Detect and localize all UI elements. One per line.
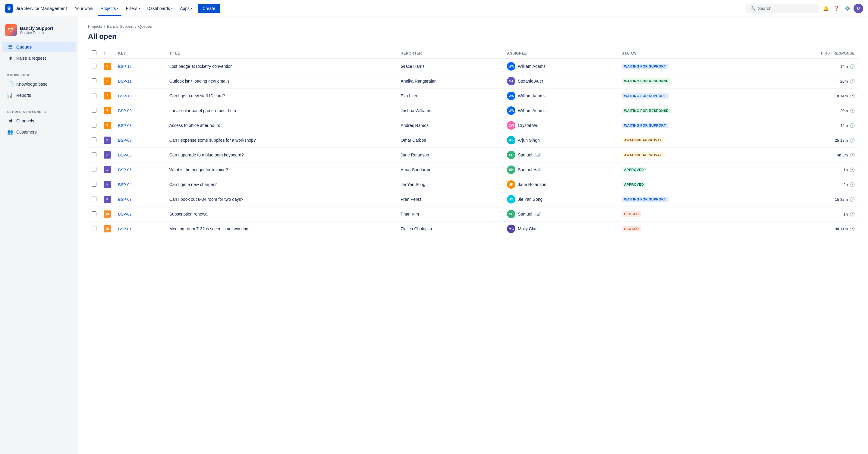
notifications-button[interactable]: 🔔 [821, 4, 831, 13]
row-checkbox[interactable] [92, 123, 96, 127]
type-icon: ? [104, 107, 111, 114]
row-type: ? [100, 89, 115, 103]
assignee-name: Arjun Singh [518, 138, 539, 143]
row-assignee: CW Crystal Wu [503, 118, 618, 133]
app-logo[interactable]: Jira Service Management [5, 4, 67, 13]
nav-your-work[interactable]: Your work [72, 4, 96, 13]
first-response-value: 20m [840, 79, 848, 84]
sidebar-item-channels[interactable]: 🖥 Channels [2, 116, 76, 126]
row-title[interactable]: Subscription renewal [166, 207, 397, 221]
sidebar-item-knowledge-base[interactable]: 📄 Knowledge base [2, 79, 76, 89]
row-title[interactable]: Access to office after hours [166, 118, 397, 133]
nav-dashboards[interactable]: Dashboards ▾ [144, 4, 176, 13]
row-reporter: Andres Ramos [397, 118, 503, 133]
topnav-icons: 🔔 ❓ ⚙️ U [821, 4, 863, 13]
knowledge-base-icon: 📄 [7, 81, 13, 87]
row-first-response: 20m 🕐 [757, 74, 858, 89]
row-reporter: Phan Kim [397, 207, 503, 221]
first-response-cell: 20m 🕐 [761, 79, 855, 84]
issue-key-link[interactable]: BSP-11 [118, 79, 132, 84]
issue-key-link[interactable]: BSP-03 [118, 197, 132, 202]
row-status: WAITING FOR RESPONSE [618, 103, 758, 118]
row-title[interactable]: Can I get a new charger? [166, 177, 397, 192]
issue-key-link[interactable]: BSP-12 [118, 64, 132, 69]
row-type: ≡ [100, 177, 115, 192]
row-assignee: WA William Adams [503, 89, 618, 103]
table-row: ≡ BSP-05 What is the budget for training… [88, 162, 858, 177]
project-type: Service Project [20, 31, 53, 35]
issue-key-link[interactable]: BSP-09 [118, 109, 132, 113]
row-reporter: Fran Perez [397, 192, 503, 207]
row-checkbox[interactable] [92, 138, 96, 142]
row-checkbox[interactable] [92, 152, 96, 157]
type-icon: ≡ [104, 166, 111, 173]
search-box[interactable]: 🔍 [746, 4, 818, 13]
breadcrumb-queues[interactable]: Queues [138, 24, 152, 29]
row-checkbox[interactable] [92, 108, 96, 113]
clock-icon: 🕐 [849, 93, 855, 98]
table-row: ✉ BSP-02 Subscription renewal Phan Kim S… [88, 207, 858, 221]
jira-logo-icon [5, 4, 13, 13]
clock-icon: 🕐 [849, 79, 855, 84]
select-all-checkbox[interactable] [92, 50, 96, 55]
issue-key-link[interactable]: BSP-05 [118, 168, 132, 172]
sidebar-item-customers[interactable]: 👥 Customers [2, 127, 76, 137]
nav-filters[interactable]: Filters ▾ [123, 4, 143, 13]
sidebar-item-reports[interactable]: 📊 Reports [2, 90, 76, 100]
assignee-name: William Adams [518, 93, 546, 98]
issue-key-link[interactable]: BSP-04 [118, 182, 132, 187]
status-col-header: Status [618, 48, 758, 59]
type-icon: ≡ [104, 181, 111, 188]
search-icon: 🔍 [750, 6, 755, 11]
issue-key-link[interactable]: BSP-06 [118, 153, 132, 157]
sidebar-raise-label: Raise a request [16, 56, 46, 61]
sidebar-item-queues[interactable]: ☰ Queues [2, 41, 76, 52]
row-first-response: 2h 🕐 [757, 177, 858, 192]
nav-apps[interactable]: Apps ▾ [177, 4, 195, 13]
row-checkbox[interactable] [92, 79, 96, 83]
row-title[interactable]: Lunar solar panel procurement help [166, 103, 397, 118]
row-first-response: 1h 🕐 [757, 207, 858, 221]
row-checkbox[interactable] [92, 196, 96, 201]
issue-key-link[interactable]: BSP-07 [118, 138, 132, 143]
search-input[interactable] [758, 6, 814, 11]
row-title[interactable]: Lost badge at rocketry convention [166, 59, 397, 74]
row-title[interactable]: Outlook isn't loading new emails [166, 74, 397, 89]
row-checkbox[interactable] [92, 182, 96, 187]
type-icon: ✉ [104, 210, 111, 218]
row-checkbox[interactable] [92, 93, 96, 98]
issue-key-link[interactable]: BSP-10 [118, 94, 132, 98]
breadcrumb-bancly[interactable]: Bancly Support [107, 24, 133, 29]
row-assignee: MC Molly Clark [503, 221, 618, 236]
help-button[interactable]: ❓ [832, 4, 841, 13]
issue-key-link[interactable]: BSP-01 [118, 227, 132, 231]
row-checkbox[interactable] [92, 64, 96, 68]
issue-key-link[interactable]: BSP-02 [118, 212, 132, 216]
first-response-cell: 1h 14m 🕐 [761, 93, 855, 98]
nav-projects[interactable]: Projects ▾ [98, 4, 122, 13]
row-first-response: 45m 🕐 [757, 118, 858, 133]
first-response-cell: 4h 3m 🕐 [761, 153, 855, 157]
row-title[interactable]: Can I upgrade to a bluetooth keyboard? [166, 148, 397, 162]
breadcrumb-projects[interactable]: Projects [88, 24, 102, 29]
row-title[interactable]: What is the budget for training? [166, 162, 397, 177]
row-title[interactable]: Can I book out 8-04 room for two days? [166, 192, 397, 207]
first-response-cell: 2h 🕐 [761, 182, 855, 187]
settings-button[interactable]: ⚙️ [843, 4, 852, 13]
row-type: ? [100, 103, 115, 118]
row-checkbox[interactable] [92, 167, 96, 172]
clock-icon: 🕐 [849, 212, 855, 216]
issue-key-link[interactable]: BSP-08 [118, 123, 132, 128]
row-checkbox[interactable] [92, 211, 96, 216]
row-title[interactable]: Meeting room 7-32 is sceen is not workin… [166, 221, 397, 236]
row-title[interactable]: Can I expense some supplies for a worksh… [166, 133, 397, 148]
assignee-cell: MC Molly Clark [507, 224, 614, 233]
row-title[interactable]: Can I get a new staff ID card? [166, 89, 397, 103]
sidebar-item-raise-request[interactable]: ⊕ Raise a request [2, 53, 76, 63]
row-checkbox[interactable] [92, 226, 96, 231]
create-button[interactable]: Create [198, 4, 220, 13]
row-key: BSP-06 [115, 148, 166, 162]
row-status: AWAITING APPROVAL [618, 133, 758, 148]
user-avatar[interactable]: U [854, 4, 863, 13]
sidebar-channels-label: Channels [16, 119, 34, 123]
